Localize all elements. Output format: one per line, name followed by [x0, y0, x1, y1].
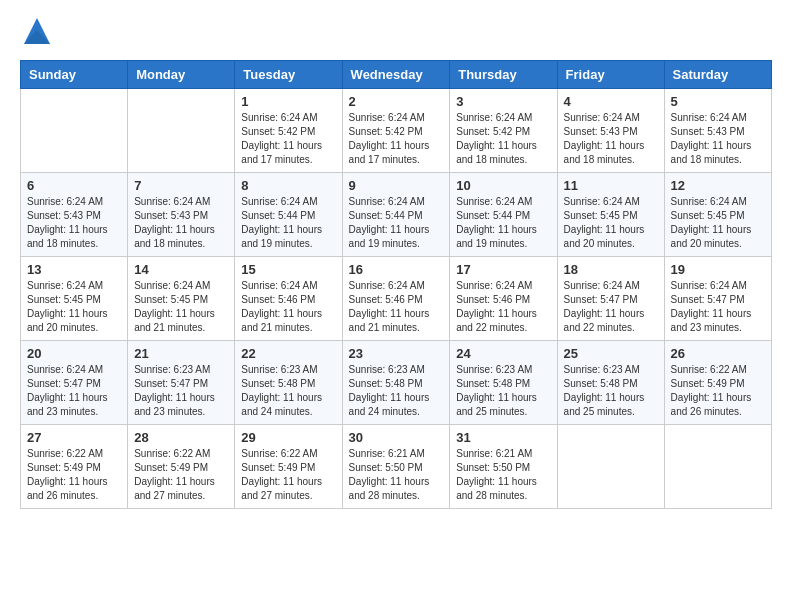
- calendar-cell: [21, 89, 128, 173]
- day-number: 21: [134, 346, 228, 361]
- calendar-cell: 22Sunrise: 6:23 AM Sunset: 5:48 PM Dayli…: [235, 341, 342, 425]
- calendar-cell: 25Sunrise: 6:23 AM Sunset: 5:48 PM Dayli…: [557, 341, 664, 425]
- calendar-cell: 24Sunrise: 6:23 AM Sunset: 5:48 PM Dayli…: [450, 341, 557, 425]
- cell-info: Sunrise: 6:23 AM Sunset: 5:47 PM Dayligh…: [134, 363, 228, 419]
- cell-info: Sunrise: 6:24 AM Sunset: 5:44 PM Dayligh…: [241, 195, 335, 251]
- calendar-week-row: 27Sunrise: 6:22 AM Sunset: 5:49 PM Dayli…: [21, 425, 772, 509]
- cell-info: Sunrise: 6:23 AM Sunset: 5:48 PM Dayligh…: [349, 363, 444, 419]
- logo: [20, 20, 52, 50]
- cell-info: Sunrise: 6:23 AM Sunset: 5:48 PM Dayligh…: [241, 363, 335, 419]
- calendar-cell: 15Sunrise: 6:24 AM Sunset: 5:46 PM Dayli…: [235, 257, 342, 341]
- day-number: 16: [349, 262, 444, 277]
- calendar-cell: 27Sunrise: 6:22 AM Sunset: 5:49 PM Dayli…: [21, 425, 128, 509]
- cell-info: Sunrise: 6:24 AM Sunset: 5:44 PM Dayligh…: [349, 195, 444, 251]
- calendar-header-row: SundayMondayTuesdayWednesdayThursdayFrid…: [21, 61, 772, 89]
- calendar-week-row: 6Sunrise: 6:24 AM Sunset: 5:43 PM Daylig…: [21, 173, 772, 257]
- day-number: 29: [241, 430, 335, 445]
- cell-info: Sunrise: 6:24 AM Sunset: 5:43 PM Dayligh…: [564, 111, 658, 167]
- calendar-week-row: 13Sunrise: 6:24 AM Sunset: 5:45 PM Dayli…: [21, 257, 772, 341]
- calendar-cell: 20Sunrise: 6:24 AM Sunset: 5:47 PM Dayli…: [21, 341, 128, 425]
- day-number: 18: [564, 262, 658, 277]
- calendar-cell: [128, 89, 235, 173]
- cell-info: Sunrise: 6:24 AM Sunset: 5:47 PM Dayligh…: [27, 363, 121, 419]
- calendar-cell: 11Sunrise: 6:24 AM Sunset: 5:45 PM Dayli…: [557, 173, 664, 257]
- calendar-day-header: Sunday: [21, 61, 128, 89]
- cell-info: Sunrise: 6:24 AM Sunset: 5:45 PM Dayligh…: [564, 195, 658, 251]
- day-number: 28: [134, 430, 228, 445]
- cell-info: Sunrise: 6:24 AM Sunset: 5:46 PM Dayligh…: [241, 279, 335, 335]
- cell-info: Sunrise: 6:24 AM Sunset: 5:42 PM Dayligh…: [456, 111, 550, 167]
- cell-info: Sunrise: 6:21 AM Sunset: 5:50 PM Dayligh…: [349, 447, 444, 503]
- calendar-cell: 1Sunrise: 6:24 AM Sunset: 5:42 PM Daylig…: [235, 89, 342, 173]
- calendar-table: SundayMondayTuesdayWednesdayThursdayFrid…: [20, 60, 772, 509]
- day-number: 12: [671, 178, 765, 193]
- day-number: 15: [241, 262, 335, 277]
- cell-info: Sunrise: 6:24 AM Sunset: 5:47 PM Dayligh…: [564, 279, 658, 335]
- calendar-cell: 30Sunrise: 6:21 AM Sunset: 5:50 PM Dayli…: [342, 425, 450, 509]
- calendar-cell: 4Sunrise: 6:24 AM Sunset: 5:43 PM Daylig…: [557, 89, 664, 173]
- calendar-cell: 18Sunrise: 6:24 AM Sunset: 5:47 PM Dayli…: [557, 257, 664, 341]
- cell-info: Sunrise: 6:24 AM Sunset: 5:43 PM Dayligh…: [671, 111, 765, 167]
- cell-info: Sunrise: 6:24 AM Sunset: 5:45 PM Dayligh…: [134, 279, 228, 335]
- day-number: 11: [564, 178, 658, 193]
- calendar-cell: 7Sunrise: 6:24 AM Sunset: 5:43 PM Daylig…: [128, 173, 235, 257]
- day-number: 23: [349, 346, 444, 361]
- calendar-day-header: Wednesday: [342, 61, 450, 89]
- cell-info: Sunrise: 6:24 AM Sunset: 5:44 PM Dayligh…: [456, 195, 550, 251]
- cell-info: Sunrise: 6:24 AM Sunset: 5:42 PM Dayligh…: [241, 111, 335, 167]
- calendar-cell: 3Sunrise: 6:24 AM Sunset: 5:42 PM Daylig…: [450, 89, 557, 173]
- calendar-cell: 26Sunrise: 6:22 AM Sunset: 5:49 PM Dayli…: [664, 341, 771, 425]
- cell-info: Sunrise: 6:24 AM Sunset: 5:45 PM Dayligh…: [671, 195, 765, 251]
- calendar-cell: 31Sunrise: 6:21 AM Sunset: 5:50 PM Dayli…: [450, 425, 557, 509]
- calendar-day-header: Friday: [557, 61, 664, 89]
- day-number: 31: [456, 430, 550, 445]
- calendar-cell: 21Sunrise: 6:23 AM Sunset: 5:47 PM Dayli…: [128, 341, 235, 425]
- calendar-cell: 28Sunrise: 6:22 AM Sunset: 5:49 PM Dayli…: [128, 425, 235, 509]
- cell-info: Sunrise: 6:22 AM Sunset: 5:49 PM Dayligh…: [671, 363, 765, 419]
- day-number: 9: [349, 178, 444, 193]
- calendar-cell: 5Sunrise: 6:24 AM Sunset: 5:43 PM Daylig…: [664, 89, 771, 173]
- cell-info: Sunrise: 6:24 AM Sunset: 5:42 PM Dayligh…: [349, 111, 444, 167]
- day-number: 17: [456, 262, 550, 277]
- day-number: 24: [456, 346, 550, 361]
- calendar-cell: 16Sunrise: 6:24 AM Sunset: 5:46 PM Dayli…: [342, 257, 450, 341]
- day-number: 8: [241, 178, 335, 193]
- day-number: 30: [349, 430, 444, 445]
- calendar-week-row: 1Sunrise: 6:24 AM Sunset: 5:42 PM Daylig…: [21, 89, 772, 173]
- calendar-day-header: Monday: [128, 61, 235, 89]
- calendar-cell: 8Sunrise: 6:24 AM Sunset: 5:44 PM Daylig…: [235, 173, 342, 257]
- day-number: 25: [564, 346, 658, 361]
- day-number: 13: [27, 262, 121, 277]
- calendar-cell: 10Sunrise: 6:24 AM Sunset: 5:44 PM Dayli…: [450, 173, 557, 257]
- day-number: 10: [456, 178, 550, 193]
- calendar-day-header: Tuesday: [235, 61, 342, 89]
- day-number: 1: [241, 94, 335, 109]
- day-number: 19: [671, 262, 765, 277]
- cell-info: Sunrise: 6:24 AM Sunset: 5:45 PM Dayligh…: [27, 279, 121, 335]
- calendar-cell: 19Sunrise: 6:24 AM Sunset: 5:47 PM Dayli…: [664, 257, 771, 341]
- calendar-cell: 17Sunrise: 6:24 AM Sunset: 5:46 PM Dayli…: [450, 257, 557, 341]
- cell-info: Sunrise: 6:22 AM Sunset: 5:49 PM Dayligh…: [134, 447, 228, 503]
- day-number: 7: [134, 178, 228, 193]
- page-header: [20, 20, 772, 50]
- day-number: 2: [349, 94, 444, 109]
- calendar-cell: 29Sunrise: 6:22 AM Sunset: 5:49 PM Dayli…: [235, 425, 342, 509]
- calendar-cell: [664, 425, 771, 509]
- cell-info: Sunrise: 6:22 AM Sunset: 5:49 PM Dayligh…: [27, 447, 121, 503]
- calendar-cell: 13Sunrise: 6:24 AM Sunset: 5:45 PM Dayli…: [21, 257, 128, 341]
- cell-info: Sunrise: 6:24 AM Sunset: 5:47 PM Dayligh…: [671, 279, 765, 335]
- day-number: 6: [27, 178, 121, 193]
- calendar-cell: 9Sunrise: 6:24 AM Sunset: 5:44 PM Daylig…: [342, 173, 450, 257]
- cell-info: Sunrise: 6:24 AM Sunset: 5:43 PM Dayligh…: [134, 195, 228, 251]
- cell-info: Sunrise: 6:24 AM Sunset: 5:46 PM Dayligh…: [349, 279, 444, 335]
- day-number: 4: [564, 94, 658, 109]
- cell-info: Sunrise: 6:23 AM Sunset: 5:48 PM Dayligh…: [564, 363, 658, 419]
- day-number: 22: [241, 346, 335, 361]
- calendar-cell: 2Sunrise: 6:24 AM Sunset: 5:42 PM Daylig…: [342, 89, 450, 173]
- logo-icon: [22, 16, 52, 44]
- calendar-cell: 23Sunrise: 6:23 AM Sunset: 5:48 PM Dayli…: [342, 341, 450, 425]
- calendar-cell: 6Sunrise: 6:24 AM Sunset: 5:43 PM Daylig…: [21, 173, 128, 257]
- calendar-cell: 12Sunrise: 6:24 AM Sunset: 5:45 PM Dayli…: [664, 173, 771, 257]
- day-number: 5: [671, 94, 765, 109]
- calendar-cell: [557, 425, 664, 509]
